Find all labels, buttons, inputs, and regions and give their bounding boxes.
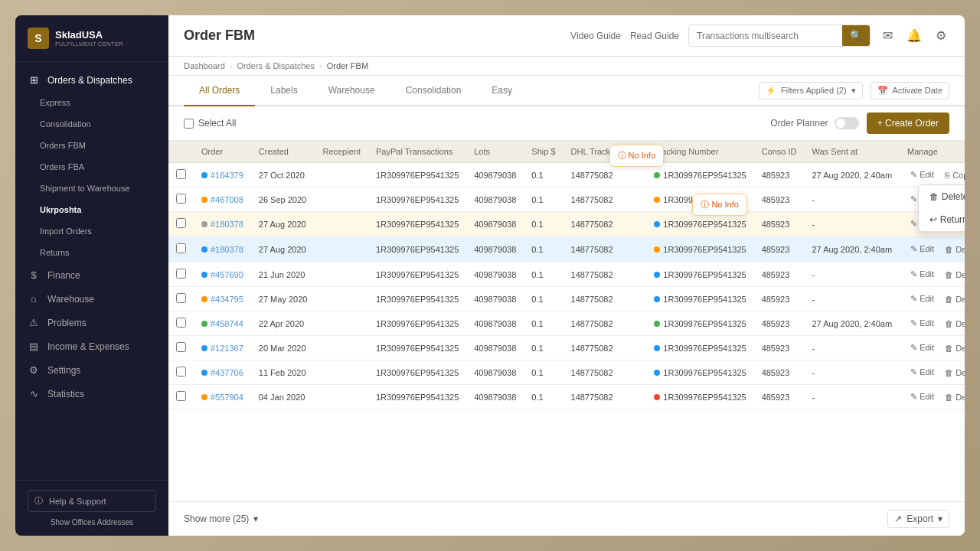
sent-cell: - (804, 212, 900, 236)
breadcrumb-dashboard[interactable]: Dashboard (184, 61, 225, 70)
row-checkbox[interactable] (176, 367, 186, 377)
order-link[interactable]: #557904 (211, 393, 243, 402)
filters-button[interactable]: ⚡ Filters Applied (2) ▾ (759, 82, 863, 99)
select-all-label[interactable]: Select All (184, 118, 236, 129)
show-offices-link[interactable]: Show Offices Addresses (28, 518, 156, 527)
tab-warehouse[interactable]: Warehouse (313, 76, 390, 106)
edit-button[interactable]: ✎ Edit (907, 341, 937, 354)
tab-labels[interactable]: Labels (255, 76, 312, 106)
select-all-checkbox[interactable] (184, 119, 194, 129)
tracking-status-dot (654, 370, 660, 376)
dhl-cell: 148775082 (564, 287, 647, 311)
tab-consolidation[interactable]: Consolidation (390, 76, 477, 106)
tab-easy[interactable]: Easy (476, 76, 528, 106)
sidebar-item-label: Problems (47, 318, 87, 328)
account-settings-button[interactable]: ⚙ (933, 25, 949, 46)
manage-cell: ✎ Edit ⎘ Copy ••• 🗑 Delete ↩ Return (900, 163, 965, 187)
search-button[interactable]: 🔍 (842, 25, 870, 46)
sidebar-item-ukrposhta[interactable]: Ukrposhta (15, 199, 168, 220)
return-menu-item[interactable]: ↩ Return (919, 208, 965, 231)
tabs-bar: All Orders Labels Warehouse Consolidatio… (168, 76, 965, 106)
sent-cell: - (804, 360, 900, 385)
sidebar-item-express[interactable]: Express (15, 92, 168, 113)
order-planner-toggle[interactable] (835, 117, 859, 129)
sidebar-item-settings[interactable]: ⚙ Settings (15, 358, 168, 382)
status-dot (201, 345, 207, 351)
read-guide-link[interactable]: Read Guide (630, 31, 679, 41)
sidebar-item-label: Orders FBA (40, 162, 84, 171)
row-checkbox[interactable] (176, 391, 186, 401)
order-link[interactable]: #458744 (211, 319, 243, 328)
edit-button[interactable]: ✎ Edit (907, 243, 937, 256)
sidebar-item-consolidation[interactable]: Consolidation (15, 113, 168, 135)
edit-button[interactable]: ✎ Edit (907, 268, 937, 281)
delete-menu-item[interactable]: 🗑 Delete (919, 185, 965, 208)
row-checkbox[interactable] (176, 218, 186, 228)
edit-button[interactable]: ✎ Edit (907, 168, 937, 181)
sidebar-item-finance[interactable]: $ Finance (15, 263, 168, 287)
row-checkbox[interactable] (176, 342, 186, 352)
sidebar-nav: ⊞ Orders & Dispatches Express Consolidat… (15, 62, 168, 480)
sidebar-item-statistics[interactable]: ∿ Statistics (15, 382, 168, 406)
sidebar-item-problems[interactable]: ⚠ Problems (15, 311, 168, 334)
delete-button[interactable]: 🗑 Delete (942, 269, 965, 281)
paypal-cell: 1R309976EP9541325 (368, 336, 466, 360)
status-dot (201, 172, 207, 178)
delete-button[interactable]: 🗑 Delete (942, 318, 965, 330)
order-link[interactable]: #164379 (211, 171, 243, 180)
sidebar-item-import-orders[interactable]: Import Orders (15, 220, 168, 242)
export-button[interactable]: ↗ Export ▾ (887, 510, 949, 528)
help-support-button[interactable]: ⓘ Help & Support (28, 490, 156, 512)
delete-button[interactable]: 🗑 Delete (942, 243, 965, 256)
row-checkbox[interactable] (176, 293, 186, 303)
edit-button[interactable]: ✎ Edit (907, 366, 937, 379)
edit-button[interactable]: ✎ Edit (907, 390, 937, 403)
video-guide-link[interactable]: Video Guide (570, 31, 621, 41)
row-checkbox[interactable] (176, 318, 186, 328)
ship-cell: 0.1 (524, 336, 563, 360)
row-checkbox[interactable] (176, 169, 186, 179)
order-link[interactable]: #457690 (211, 270, 243, 279)
table-row-expanded: #180378 27 Aug 2020 1R309976EP9541325 40… (168, 236, 965, 262)
main-content: Order FBM Video Guide Read Guide 🔍 ✉ 🔔 ⚙ (168, 15, 965, 536)
toolbar: Select All Order Planner + Create Order (168, 106, 965, 141)
lots-cell: 409879038 (466, 236, 524, 262)
order-link[interactable]: #434795 (211, 295, 243, 304)
row-checkbox[interactable] (176, 194, 186, 204)
sidebar-item-income-expenses[interactable]: ▤ Income & Expenses (15, 334, 168, 358)
row-checkbox[interactable] (176, 269, 186, 279)
activate-date-button[interactable]: 📅 Activate Date (871, 82, 949, 99)
order-link[interactable]: #121367 (211, 344, 243, 353)
sidebar-item-warehouse[interactable]: ⌂ Warehouse (15, 287, 168, 311)
col-created: Created (251, 141, 315, 163)
row-checkbox[interactable] (176, 243, 186, 253)
col-conso: Conso ID (754, 141, 805, 163)
search-input[interactable] (689, 26, 842, 46)
sidebar-item-orders-fba[interactable]: Orders FBA (15, 156, 168, 178)
sidebar-item-label: Finance (47, 270, 80, 281)
delete-button[interactable]: 🗑 Delete (942, 367, 965, 379)
edit-button[interactable]: ✎ Edit (907, 292, 937, 305)
copy-button[interactable]: ⎘ Copy (942, 169, 965, 181)
sidebar-item-shipment-to-warehouse[interactable]: Shipment to Warehouse (15, 178, 168, 199)
breadcrumb-orders-dispatches[interactable]: Orders & Dispatches (237, 61, 315, 70)
order-link[interactable]: #467008 (211, 195, 243, 204)
recipient-cell (315, 336, 368, 360)
create-order-button[interactable]: + Create Order (867, 112, 949, 134)
delete-button[interactable]: 🗑 Delete (942, 293, 965, 305)
show-more-button[interactable]: Show more (25) ▾ (184, 510, 258, 527)
order-link[interactable]: #437706 (211, 368, 243, 377)
messages-button[interactable]: ✉ (880, 25, 896, 46)
edit-button[interactable]: ✎ Edit (907, 317, 937, 330)
sidebar-item-orders-fbm[interactable]: Orders FBM (15, 135, 168, 156)
tab-all-orders[interactable]: All Orders (184, 76, 255, 106)
delete-button[interactable]: 🗑 Delete (942, 342, 965, 354)
sidebar-item-orders-dispatches[interactable]: ⊞ Orders & Dispatches (15, 68, 168, 92)
sidebar-item-returns[interactable]: Returns (15, 242, 168, 263)
col-lots: Lots (466, 141, 524, 163)
order-link[interactable]: #180378 (211, 220, 243, 229)
order-link[interactable]: #180378 (211, 245, 243, 254)
delete-button[interactable]: 🗑 Delete (942, 391, 965, 403)
no-info-tooltip: ⓘ No Info (692, 194, 747, 216)
notifications-button[interactable]: 🔔 (903, 25, 925, 46)
